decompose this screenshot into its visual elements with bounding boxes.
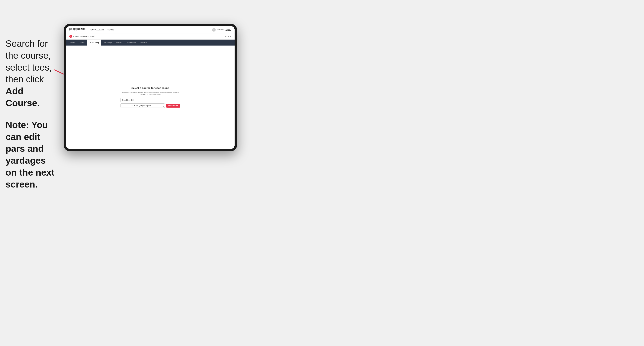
annotation-intro: Search for the course, select tees, then… [6, 38, 59, 109]
nav-teams[interactable]: TEAMS [107, 29, 114, 31]
logo-area: SCOREBOARD Powered by clippd [69, 28, 86, 31]
tab-bar: Details Teams Course Setup Tee Groups Re… [66, 40, 234, 45]
signout-link[interactable]: Sign out [226, 29, 232, 31]
nav-links: TOURNAMENTS TEAMS [90, 29, 114, 31]
cancel-button[interactable]: Cancel ✕ [224, 35, 232, 37]
tablet-screen: SCOREBOARD Powered by clippd TOURNAMENTS… [66, 26, 234, 149]
tab-teams[interactable]: Teams [78, 40, 86, 45]
section-description: Search for a course and select a tee. Yo… [120, 91, 180, 95]
tee-display[interactable]: Gold (M) (M) (7010 yds) [120, 103, 165, 108]
annotation-area: Search for the course, select tees, then… [6, 38, 59, 190]
tablet-frame: SCOREBOARD Powered by clippd TOURNAMENTS… [64, 24, 237, 151]
tee-select-row: Gold (M) (M) (7010 yds) ✕ ⌄ Add Course [120, 103, 180, 108]
course-section: Select a course for each round Search fo… [120, 86, 180, 108]
logo-title: SCOREBOARD [69, 28, 86, 30]
navbar: SCOREBOARD Powered by clippd TOURNAMENTS… [66, 26, 234, 33]
add-course-button[interactable]: Add Course [166, 104, 180, 108]
navbar-right: T Test User | Sign out [212, 28, 232, 32]
tournament-subtitle: (Men) [90, 35, 95, 37]
tournament-header: C Clippd Invitational (Men) Cancel ✕ [66, 33, 234, 40]
tab-tee-groups[interactable]: Tee Groups [102, 40, 114, 45]
tee-stepper[interactable]: ✕ ⌄ [163, 104, 164, 107]
course-search-input[interactable] [120, 98, 180, 102]
tab-leaderboards[interactable]: Leaderboards [124, 40, 138, 45]
clippd-logo: C [69, 35, 72, 38]
user-text: Test User | [217, 29, 224, 31]
tab-results[interactable]: Results [114, 40, 124, 45]
logo-sub: Powered by clippd [69, 30, 86, 31]
tab-details[interactable]: Details [68, 40, 77, 45]
tee-select-wrapper: Gold (M) (M) (7010 yds) ✕ ⌄ [120, 103, 165, 108]
tab-printables[interactable]: Printables [138, 40, 149, 45]
navbar-left: SCOREBOARD Powered by clippd TOURNAMENTS… [69, 28, 114, 31]
section-title: Select a course for each round [120, 86, 180, 89]
tournament-title-area: C Clippd Invitational (Men) [69, 35, 95, 38]
main-content: Select a course for each round Search fo… [66, 45, 234, 149]
user-avatar: T [212, 28, 216, 32]
tab-course-setup[interactable]: Course Setup [87, 40, 101, 45]
nav-tournaments[interactable]: TOURNAMENTS [90, 29, 104, 31]
tournament-name: Clippd Invitational [73, 35, 89, 38]
annotation-note: Note: You can edit pars and yardages on … [6, 119, 59, 190]
